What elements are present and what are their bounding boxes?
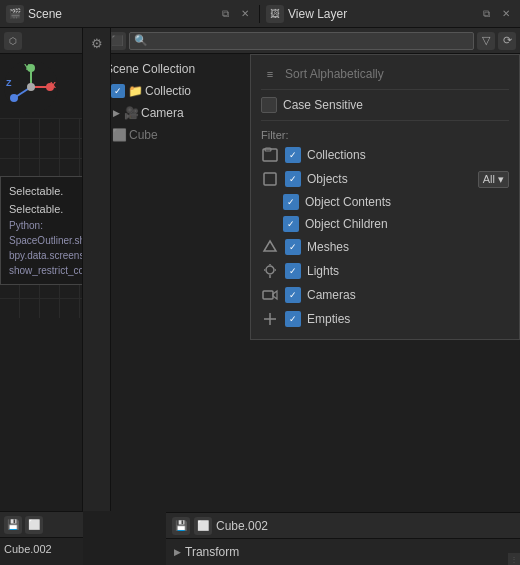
tooltip-line2: Selectable. bbox=[9, 201, 83, 219]
bottom-transform-section[interactable]: ▶ Transform bbox=[166, 539, 520, 565]
empties-checkbox[interactable] bbox=[285, 311, 301, 327]
view-layer-tab-icon: 🖼 bbox=[266, 5, 284, 23]
meshes-checkbox[interactable] bbox=[285, 239, 301, 255]
transform-label: Transform bbox=[185, 545, 239, 559]
object-contents-label: Object Contents bbox=[305, 195, 509, 209]
bottom-save-icon[interactable]: 💾 bbox=[172, 517, 190, 535]
case-sensitive-label: Case Sensitive bbox=[283, 98, 509, 112]
filter-cameras-row[interactable]: Cameras bbox=[261, 283, 509, 307]
meshes-filter-icon bbox=[261, 238, 279, 256]
axis-widget[interactable]: Z Y X bbox=[4, 60, 58, 114]
scene-tab-icon: 🎬 bbox=[6, 5, 24, 23]
object-children-checkbox[interactable] bbox=[283, 216, 299, 232]
filter-collections-row[interactable]: Collections bbox=[261, 143, 509, 167]
bl-header: 💾 ⬜ bbox=[0, 512, 83, 538]
scene-tab-close[interactable]: ✕ bbox=[237, 6, 253, 22]
lights-label: Lights bbox=[307, 264, 509, 278]
cameras-label: Cameras bbox=[307, 288, 509, 302]
svg-point-6 bbox=[10, 94, 18, 102]
sort-icon: ≡ bbox=[261, 65, 279, 83]
view-layer-tab-copy[interactable]: ⧉ bbox=[478, 6, 494, 22]
scene-tab[interactable]: 🎬 Scene ⧉ ✕ bbox=[0, 5, 260, 23]
bl-cube-icon[interactable]: ⬜ bbox=[25, 516, 43, 534]
sort-label: Sort Alphabetically bbox=[285, 67, 384, 81]
bl-save-icon[interactable]: 💾 bbox=[4, 516, 22, 534]
scene-tab-title: Scene bbox=[28, 7, 213, 21]
view-layer-tab[interactable]: 🖼 View Layer ⧉ ✕ bbox=[260, 5, 520, 23]
3d-viewport[interactable]: ⬡ Z Y X Selectab bbox=[0, 28, 83, 565]
bottom-panel-header: 💾 ⬜ Cube.002 bbox=[166, 513, 520, 539]
scene-tab-copy[interactable]: ⧉ bbox=[217, 6, 233, 22]
divider2 bbox=[261, 120, 509, 121]
tree-expand-arrow[interactable]: ▶ bbox=[111, 108, 121, 118]
divider bbox=[261, 89, 509, 90]
filter-objects-row[interactable]: Objects All ▾ bbox=[261, 167, 509, 191]
tooltip-box: Selectable. Selectable. Python: SpaceOut… bbox=[0, 176, 83, 285]
tooltip-python1: Python: SpaceOutliner.show_restrict_colu… bbox=[9, 218, 83, 248]
case-sensitive-row[interactable]: Case Sensitive bbox=[261, 94, 509, 116]
tooltip-line1: Selectable. bbox=[9, 183, 83, 201]
empties-label: Empties bbox=[307, 312, 509, 326]
collections-checkbox[interactable] bbox=[285, 147, 301, 163]
camera-icon: 🎥 bbox=[123, 105, 139, 121]
top-bar: 🎬 Scene ⧉ ✕ 🖼 View Layer ⧉ ✕ bbox=[0, 0, 520, 28]
axis-lines bbox=[4, 60, 58, 114]
bottom-panel: 💾 ⬜ Cube.002 ▶ Transform bbox=[166, 512, 520, 565]
empties-filter-icon bbox=[261, 310, 279, 328]
object-contents-checkbox[interactable] bbox=[283, 194, 299, 210]
filter-empties-row[interactable]: Empties bbox=[261, 307, 509, 331]
corner-resize-handle[interactable]: ⋮ bbox=[508, 553, 520, 565]
collections-label: Collections bbox=[307, 148, 509, 162]
search-icon: 🔍 bbox=[134, 34, 148, 47]
filter-icon[interactable]: ▽ bbox=[477, 32, 495, 50]
bottom-cube-icon[interactable]: ⬜ bbox=[194, 517, 212, 535]
collections-filter-icon bbox=[261, 146, 279, 164]
svg-point-5 bbox=[27, 64, 35, 72]
bl-cube-label: Cube.002 bbox=[4, 543, 52, 555]
case-sensitive-checkbox[interactable] bbox=[261, 97, 277, 113]
view-layer-tab-close[interactable]: ✕ bbox=[498, 6, 514, 22]
tooltip-python2: bpy.data.screens["Layout"] ... show_rest… bbox=[9, 248, 83, 278]
dropdown-value: All bbox=[483, 173, 495, 185]
svg-point-3 bbox=[27, 83, 35, 91]
chevron-down-icon: ▾ bbox=[498, 173, 504, 186]
outliner-header: ☰ ⬛ 🔍 ▽ ⟳ bbox=[83, 28, 520, 54]
bl-cube-row[interactable]: Cube.002 bbox=[0, 538, 83, 560]
viewport-header: ⬡ bbox=[0, 28, 82, 54]
cameras-filter-icon bbox=[261, 286, 279, 304]
lights-checkbox[interactable] bbox=[285, 263, 301, 279]
axis-background: Z Y X bbox=[4, 60, 58, 114]
expand-icon: ▶ bbox=[174, 547, 181, 557]
filter-lights-row[interactable]: Lights bbox=[261, 259, 509, 283]
objects-checkbox[interactable] bbox=[285, 171, 301, 187]
search-box[interactable]: 🔍 bbox=[129, 32, 474, 50]
outliner-panel: ☰ ⬛ 🔍 ▽ ⟳ 📁 Scene Collection ▶ 📁 Collec bbox=[83, 28, 520, 565]
lights-filter-icon bbox=[261, 262, 279, 280]
filter-section-label: Filter: bbox=[261, 125, 509, 143]
tool-wrench-icon[interactable]: ⚙ bbox=[86, 32, 108, 54]
left-toolbar: ⚙ bbox=[83, 28, 111, 511]
svg-rect-16 bbox=[263, 291, 273, 299]
filter-popup: ≡ Sort Alphabetically Case Sensitive Fil… bbox=[250, 54, 520, 340]
svg-marker-10 bbox=[264, 241, 276, 251]
mesh-icon: ⬜ bbox=[111, 127, 127, 143]
view-layer-tab-title: View Layer bbox=[288, 7, 474, 21]
svg-point-4 bbox=[46, 83, 54, 91]
viewport-header-icon: ⬡ bbox=[4, 32, 22, 50]
bottom-cube-label: Cube.002 bbox=[216, 519, 268, 533]
svg-point-11 bbox=[266, 266, 274, 274]
filter-object-children-row[interactable]: Object Children bbox=[261, 213, 509, 235]
object-children-label: Object Children bbox=[305, 217, 509, 231]
tree-visibility-check[interactable] bbox=[111, 84, 125, 98]
filter-meshes-row[interactable]: Meshes bbox=[261, 235, 509, 259]
objects-label: Objects bbox=[307, 172, 472, 186]
filter-object-contents-row[interactable]: Object Contents bbox=[261, 191, 509, 213]
collection-icon: 📁 bbox=[127, 83, 143, 99]
search-input[interactable] bbox=[151, 35, 469, 47]
sync-icon[interactable]: ⟳ bbox=[498, 32, 516, 50]
cameras-checkbox[interactable] bbox=[285, 287, 301, 303]
objects-filter-icon bbox=[261, 170, 279, 188]
meshes-label: Meshes bbox=[307, 240, 509, 254]
objects-all-dropdown[interactable]: All ▾ bbox=[478, 171, 509, 188]
sort-alphabetically-row[interactable]: ≡ Sort Alphabetically bbox=[261, 63, 509, 85]
